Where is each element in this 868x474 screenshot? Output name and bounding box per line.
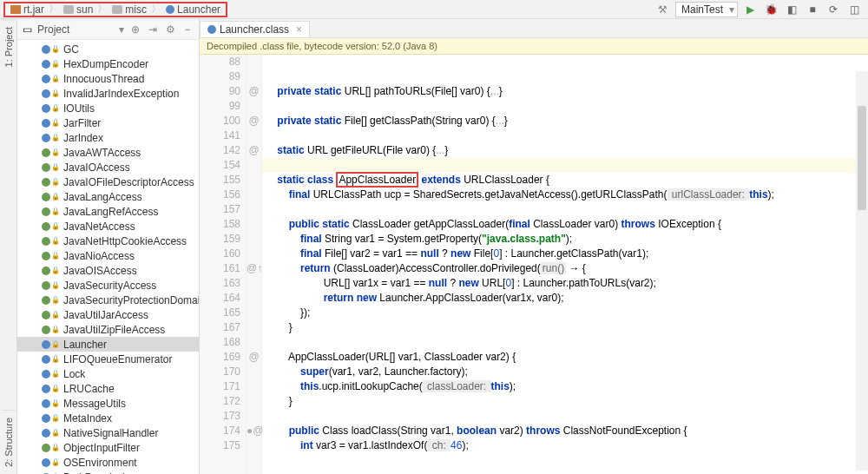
code-line[interactable]: int var3 = var1.lastIndexOf( ch: 46);	[262, 438, 868, 453]
close-icon[interactable]: ×	[296, 23, 302, 36]
breadcrumb-item[interactable]: rt.jar	[7, 3, 48, 16]
tree-item[interactable]: 🔒Lock	[17, 366, 199, 381]
code-line[interactable]: static URL getFileURL(File var0) {...}	[262, 143, 868, 158]
tree-item[interactable]: 🔒JarIndex	[17, 130, 199, 145]
tree-item[interactable]: 🔒NativeSignalHandler	[17, 425, 199, 440]
project-panel: ▭ Project ▾ ⊕ ⇥ ⚙ − 🔒GC🔒HexDumpEncoder🔒I…	[17, 19, 200, 474]
tree-item[interactable]: 🔒JavaOISAccess	[17, 263, 199, 278]
tree-item[interactable]: 🔒JavaNioAccess	[17, 248, 199, 263]
project-tree[interactable]: 🔒GC🔒HexDumpEncoder🔒InnocuousThread🔒Inval…	[17, 40, 199, 474]
code-line[interactable]: }	[262, 320, 868, 335]
code-line[interactable]: super(var1, var2, Launcher.factory);	[262, 365, 868, 379]
run-config-selector[interactable]: MainTest	[675, 2, 738, 17]
code-line[interactable]: final File[] var2 = var1 == null ? new F…	[262, 247, 868, 261]
tree-item[interactable]: 🔒PathPermissions	[17, 470, 199, 474]
gutter-mark: @	[247, 143, 261, 158]
tree-item[interactable]: 🔒JavaAWTAccess	[17, 145, 199, 160]
stop-icon[interactable]: ■	[804, 2, 821, 17]
collapse-icon[interactable]: ⇥	[147, 23, 159, 36]
tree-item[interactable]: 🔒HexDumpEncoder	[17, 56, 199, 71]
code-area[interactable]: 8889909910014114215415515615715815916016…	[200, 55, 868, 474]
tree-item[interactable]: 🔒JarFilter	[17, 115, 199, 130]
code-line[interactable]: }	[262, 394, 868, 409]
hide-icon[interactable]: −	[181, 23, 194, 36]
gutter-mark	[247, 69, 261, 84]
update-icon[interactable]: ⟳	[825, 2, 842, 17]
code-line[interactable]	[262, 409, 868, 424]
lock-icon: 🔒	[51, 207, 60, 215]
code-line[interactable]: private static File[] getClassPath(Strin…	[262, 114, 868, 128]
project-view-icon[interactable]: ▭	[23, 23, 32, 36]
code-line[interactable]	[262, 202, 868, 217]
tree-item[interactable]: 🔒JavaUtilJarAccess	[17, 307, 199, 322]
code-line[interactable]: public static ClassLoader getAppClassLoa…	[262, 217, 868, 232]
tree-item[interactable]: 🔒JavaIOFileDescriptorAccess	[17, 174, 199, 189]
tree-item[interactable]: 🔒JavaUtilZipFileAccess	[17, 322, 199, 337]
line-number: 158	[200, 217, 240, 232]
code-line[interactable]: private static URL[] pathToURLs(File[] v…	[262, 84, 868, 99]
code-line[interactable]	[262, 335, 868, 350]
tree-item[interactable]: 🔒InvalidJarIndexException	[17, 86, 199, 101]
tree-item[interactable]: 🔒GC	[17, 42, 199, 56]
code-line[interactable]: return new Launcher.AppClassLoader(var1x…	[262, 291, 868, 306]
code-line[interactable]: final URLClassPath ucp = SharedSecrets.g…	[262, 188, 868, 202]
tree-item[interactable]: 🔒JavaLangRefAccess	[17, 204, 199, 219]
tree-item[interactable]: 🔒JavaSecurityAccess	[17, 278, 199, 293]
line-number: 89	[200, 69, 240, 84]
tree-item[interactable]: 🔒InnocuousThread	[17, 71, 199, 86]
code-line[interactable]: });	[262, 306, 868, 320]
code-content[interactable]: private static URL[] pathToURLs(File[] v…	[262, 55, 868, 474]
code-line[interactable]: URL[] var1x = var1 == null ? new URL[0] …	[262, 276, 868, 291]
code-line[interactable]: return (ClassLoader)AccessController.doP…	[262, 261, 868, 276]
class-icon	[42, 355, 50, 364]
code-line[interactable]: public Class loadClass(String var1, bool…	[262, 424, 868, 438]
editor-tab[interactable]: Launcher.class ×	[200, 21, 310, 37]
project-tool-tab[interactable]: 1: Project	[2, 19, 16, 74]
breadcrumb[interactable]: rt.jar〉sun〉misc〉Launcher	[3, 2, 227, 17]
gutter-mark: @	[247, 84, 261, 99]
breadcrumb-item[interactable]: sun	[60, 3, 96, 16]
tree-item[interactable]: 🔒MetaIndex	[17, 411, 199, 425]
code-line[interactable]: final String var1 = System.getProperty("…	[262, 232, 868, 247]
search-icon[interactable]: ◫	[845, 2, 863, 17]
code-line[interactable]	[262, 69, 868, 84]
target-icon[interactable]: ⊕	[129, 23, 141, 36]
project-panel-title[interactable]: Project	[37, 23, 114, 36]
tree-item[interactable]: 🔒ObjectInputFilter	[17, 440, 199, 455]
tree-item[interactable]: 🔒LIFOQueueEnumerator	[17, 352, 199, 366]
code-line[interactable]: this.ucp.initLookupCache( classLoader: t…	[262, 379, 868, 394]
code-line[interactable]	[262, 99, 868, 114]
structure-tool-tab[interactable]: 2: Structure	[2, 410, 16, 474]
build-icon[interactable]: ⚒	[654, 2, 672, 17]
line-number: 175	[200, 438, 240, 453]
breadcrumb-item[interactable]: misc	[108, 3, 150, 16]
vertical-scrollbar[interactable]	[856, 71, 868, 471]
tree-item[interactable]: 🔒JavaNetAccess	[17, 219, 199, 234]
tree-item[interactable]: 🔒MessageUtils	[17, 396, 199, 411]
debug-icon[interactable]: 🐞	[762, 2, 779, 17]
tree-item[interactable]: 🔒JavaNetHttpCookieAccess	[17, 234, 199, 248]
gear-icon[interactable]: ⚙	[164, 23, 176, 36]
lock-icon: 🔒	[51, 267, 60, 274]
class-icon	[42, 429, 50, 438]
lock-icon: 🔒	[51, 193, 60, 201]
code-line[interactable]	[262, 158, 868, 173]
coverage-icon[interactable]: ◧	[783, 2, 800, 17]
tree-item[interactable]: 🔒Launcher	[17, 337, 199, 352]
tree-item[interactable]: 🔒JavaIOAccess	[17, 160, 199, 174]
code-line[interactable]: static class AppClassLoader extends URLC…	[262, 173, 868, 188]
code-line[interactable]	[262, 128, 868, 143]
tree-item[interactable]: 🔒OSEnvironment	[17, 455, 199, 470]
tree-item[interactable]: 🔒JavaSecurityProtectionDomain	[17, 293, 199, 307]
lock-icon: 🔒	[51, 370, 60, 378]
run-icon[interactable]: ▶	[741, 2, 759, 17]
code-line[interactable]: AppClassLoader(URL[] var1, ClassLoader v…	[262, 350, 868, 365]
lock-icon: 🔒	[51, 119, 60, 127]
code-line[interactable]	[262, 55, 868, 69]
tree-item[interactable]: 🔒LRUCache	[17, 381, 199, 396]
breadcrumb-item[interactable]: Launcher	[162, 3, 224, 16]
tree-item[interactable]: 🔒IOUtils	[17, 101, 199, 115]
gutter-mark	[247, 158, 261, 173]
tree-item[interactable]: 🔒JavaLangAccess	[17, 189, 199, 204]
chevron-down-icon[interactable]: ▾	[119, 23, 124, 36]
